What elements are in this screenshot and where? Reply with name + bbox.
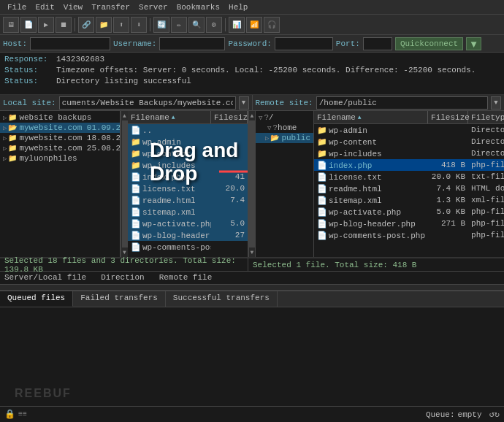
tree-item-website-backups[interactable]: ▷ 📁 website backups <box>0 112 120 123</box>
toolbar-sep-3 <box>225 18 226 31</box>
local-file-wpcomments[interactable]: 📄wp-comments-post.php <box>128 241 248 253</box>
toolbar-btn-12[interactable]: ⚙ <box>206 17 222 33</box>
middle-scrollbar[interactable]: ▲ ▼ <box>248 111 256 257</box>
refresh-button[interactable]: ↺↻ <box>489 409 500 420</box>
remote-col-filename[interactable]: Filename ▲ <box>314 111 428 123</box>
tree-item-myluon[interactable]: ▷ 📁 myluonphiles <box>0 153 120 164</box>
status-label-1: Status: <box>4 65 52 76</box>
local-site-path[interactable] <box>59 96 236 110</box>
port-input[interactable] <box>363 37 392 50</box>
password-label: Password: <box>228 39 271 48</box>
status-value-1: Timezone offsets: Server: 0 seconds. Loc… <box>56 65 476 76</box>
toolbar-btn-14[interactable]: 📶 <box>246 17 262 33</box>
remote-file-wpadmin[interactable]: 📁wp-admin Directory 15 <box>314 124 504 136</box>
toolbar-btn-15[interactable]: 🎧 <box>264 17 280 33</box>
local-site-dropdown[interactable]: ▼ <box>239 96 249 110</box>
toolbar-btn-8[interactable]: ⬇ <box>131 17 147 33</box>
remote-tree-public[interactable]: ▷ 📂 public <box>256 133 313 143</box>
remote-file-wpblogheader[interactable]: 📄wp-blog-header.php 271 B php-file 15 <box>314 218 504 229</box>
remote-col-filesize[interactable]: Filesize <box>428 111 468 123</box>
local-col-filesize[interactable]: Filesize <box>211 111 248 123</box>
toolbar-btn-9[interactable]: 🔄 <box>153 17 169 33</box>
menu-edit[interactable]: Edit <box>31 2 58 12</box>
queue-area: Queued files Failed transfers Successful… <box>0 290 504 351</box>
direction-label: Direction <box>101 273 144 283</box>
tree-scrollbar[interactable]: ▲ ▼ <box>121 111 128 257</box>
tree-item-mywebsite-25[interactable]: ▷ 📁 mywebsite.com 25.08.2015 <box>0 143 120 153</box>
queue-label: Queue: <box>426 410 455 419</box>
local-file-wpactivate[interactable]: 📄wp-activate.php 5.0 <box>128 218 248 229</box>
remote-col-filetype[interactable]: Filetype <box>468 111 504 123</box>
username-input[interactable] <box>159 37 225 50</box>
remote-site-bar: Remote site: ▼ <box>253 95 505 110</box>
toolbar-btn-2[interactable]: 📄 <box>20 17 37 33</box>
local-file-wpincludes[interactable]: 📁wp-includes <box>128 159 248 171</box>
menu-file[interactable]: File <box>3 2 31 12</box>
toolbar-btn-1[interactable]: 🖥 <box>3 17 19 33</box>
queue-status-value: empty <box>458 410 482 419</box>
local-file-wpadmin[interactable]: 📁wp-admin <box>128 136 248 147</box>
quickconnect-button[interactable]: Quickconnect <box>395 37 463 50</box>
status-value-2: Directory listing successful <box>56 76 191 87</box>
menu-bookmarks[interactable]: Bookmarks <box>172 2 224 12</box>
local-file-indexphp[interactable]: 📄index.php 41 <box>128 171 248 183</box>
quickconnect-dropdown[interactable]: ▼ <box>466 37 481 50</box>
connection-bar: Host: Username: Password: Port: Quickcon… <box>0 35 504 53</box>
menu-view[interactable]: View <box>59 2 87 12</box>
horizontal-scrollbar[interactable] <box>0 284 504 290</box>
local-status-strip: Selected 18 files and 3 directories. Tot… <box>0 258 248 271</box>
menu-transfer[interactable]: Transfer <box>87 2 134 12</box>
remote-site-path[interactable] <box>316 96 488 110</box>
password-input[interactable] <box>275 37 333 50</box>
remote-tree-home[interactable]: ▽ ? home <box>256 123 313 133</box>
local-file-readmehtml[interactable]: 📄readme.html 7.4 <box>128 194 248 206</box>
host-input[interactable] <box>30 37 110 50</box>
local-col-filename[interactable]: Filename ▲ <box>128 111 211 123</box>
remote-site-label: Remote site: <box>256 99 313 107</box>
tab-queued-files[interactable]: Queued files <box>0 291 73 307</box>
remote-file-licensetxt[interactable]: 📄license.txt 20.0 KB txt-file 15 <box>314 171 504 183</box>
local-file-wpcontent[interactable]: 📁wp-content <box>128 147 248 159</box>
toolbar-btn-10[interactable]: ✏ <box>171 17 187 33</box>
remote-file-readmehtml[interactable]: 📄readme.html 7.4 KB HTML doc... 15 <box>314 183 504 194</box>
toolbar-btn-6[interactable]: 📁 <box>96 17 112 33</box>
remote-file-wpactivate[interactable]: 📄wp-activate.php 5.0 KB php-file 15 <box>314 206 504 218</box>
tab-successful-transfers[interactable]: Successful transfers <box>166 291 278 307</box>
remote-site-dropdown[interactable]: ▼ <box>491 96 501 110</box>
transfer-panel: Server/Local file Direction Remote file <box>0 271 504 284</box>
toolbar-btn-3[interactable]: ▶ <box>38 17 54 33</box>
remote-file-label: Remote file <box>159 273 213 283</box>
tree-item-mywebsite-18[interactable]: ▷ 📁 mywebsite.com 18.08.2015 <box>0 133 120 143</box>
local-files-body: Drag and Drop 📄.. 📁wp- <box>128 124 248 257</box>
response-value: 1432362683 <box>56 54 104 65</box>
tree-item-mywebsite-01[interactable]: ▷ 📂 mywebsite.com 01.09.2015 <box>0 123 120 133</box>
local-file-sitemapxml[interactable]: 📄sitemap.xml <box>128 206 248 218</box>
remote-status-strip: Selected 1 file. Total size: 418 B <box>248 258 504 271</box>
port-label: Port: <box>336 39 360 48</box>
toolbar-btn-11[interactable]: 🔍 <box>188 17 205 33</box>
local-tree-scroll: ▷ 📁 website backups ▷ 📂 mywebsite.com 01… <box>0 111 120 257</box>
remote-file-indexphp[interactable]: 📄index.php 418 B php-file <box>314 159 504 171</box>
local-file-wpblogheader[interactable]: 📄wp-blog-header.php 27 <box>128 229 248 241</box>
site-bars: Local site: ▼ Remote site: ▼ <box>0 95 504 111</box>
tab-failed-transfers[interactable]: Failed transfers <box>73 291 166 307</box>
remote-tree-root[interactable]: ▽ ? / <box>256 112 313 123</box>
remote-file-sitemapxml[interactable]: 📄sitemap.xml 1.3 KB xml-file 15 <box>314 194 504 206</box>
toolbar-sep-2 <box>150 18 150 31</box>
toolbar-btn-4[interactable]: ⏹ <box>56 17 72 33</box>
remote-tree-panel: ▽ ? / ▽ ? home ▷ 📂 public <box>256 111 314 257</box>
toolbar-btn-7[interactable]: ⬆ <box>113 17 129 33</box>
remote-file-wpincludes[interactable]: 📁wp-includes Directory 14 <box>314 147 504 159</box>
status-label-2: Status: <box>4 76 52 87</box>
remote-files-body: 📁wp-admin Directory 15 📁wp-content Direc… <box>314 124 504 257</box>
menu-server[interactable]: Server <box>134 2 172 12</box>
toolbar-btn-5[interactable]: 🔗 <box>78 17 94 33</box>
menu-help[interactable]: Help <box>224 2 252 12</box>
local-site-label: Local site: <box>3 99 56 107</box>
remote-file-wpcontent[interactable]: 📁wp-content Directory 14 <box>314 136 504 147</box>
toolbar-btn-13[interactable]: 📊 <box>229 17 245 33</box>
connection-indicator: ≡≡ <box>18 410 27 418</box>
local-file-dotdot[interactable]: 📄.. <box>128 124 248 136</box>
remote-file-wpcomments[interactable]: 📄wp-comments-post.php php-file 15 <box>314 229 504 241</box>
local-file-licensetxt[interactable]: 📄license.txt 20.0 <box>128 183 248 194</box>
